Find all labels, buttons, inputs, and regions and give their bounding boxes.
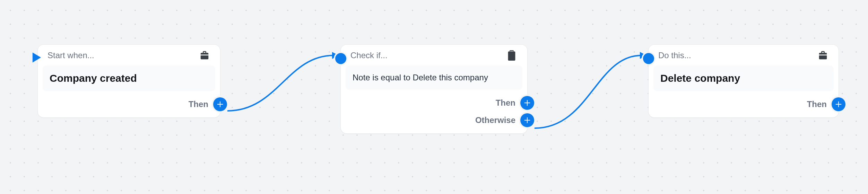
clipboard-check-icon xyxy=(506,50,518,61)
connector-condition-then-to-action xyxy=(535,55,641,128)
workflow-node-trigger[interactable]: Start when... Company created Then xyxy=(37,44,220,118)
node-header: Start when... xyxy=(38,45,220,63)
node-footer: Then xyxy=(649,96,839,117)
connector-trigger-to-condition xyxy=(227,55,333,111)
workflow-node-condition[interactable]: Check if... Note is equal to Delete this… xyxy=(340,44,528,134)
node-body[interactable]: Company created xyxy=(43,65,215,91)
outlet-label: Then xyxy=(807,99,827,109)
node-footer: Then xyxy=(38,96,220,117)
action-title: Delete company xyxy=(660,72,827,85)
node-header-label: Check if... xyxy=(350,51,388,60)
outlet-label: Otherwise xyxy=(475,115,515,125)
outlet-then: Then xyxy=(43,97,215,111)
node-header: Do this... xyxy=(649,45,839,63)
outlet-label: Then xyxy=(496,98,515,108)
add-step-button[interactable] xyxy=(520,113,534,127)
outlet-then: Then xyxy=(653,97,834,111)
outlet-otherwise: Otherwise xyxy=(346,113,522,127)
play-start-icon xyxy=(32,52,42,65)
node-body[interactable]: Delete company xyxy=(653,65,834,91)
workflow-canvas[interactable]: Start when... Company created Then Check… xyxy=(0,0,868,194)
condition-description: Note is equal to Delete this company xyxy=(353,72,515,83)
outlet-then: Then xyxy=(346,96,522,110)
inlet-dot-icon xyxy=(643,53,654,64)
briefcase-icon xyxy=(817,50,829,61)
workflow-node-action[interactable]: Do this... Delete company Then xyxy=(648,44,839,118)
node-header-label: Do this... xyxy=(658,51,691,60)
trigger-title: Company created xyxy=(50,72,208,85)
add-step-button[interactable] xyxy=(832,97,845,111)
node-header: Check if... xyxy=(341,45,527,63)
outlet-label: Then xyxy=(189,99,208,109)
add-step-button[interactable] xyxy=(213,97,227,111)
inlet-dot-icon xyxy=(335,53,346,64)
node-body[interactable]: Note is equal to Delete this company xyxy=(346,65,522,90)
node-footer: Then Otherwise xyxy=(341,95,527,133)
node-header-label: Start when... xyxy=(47,51,94,60)
briefcase-icon xyxy=(199,50,210,61)
add-step-button[interactable] xyxy=(520,96,534,110)
